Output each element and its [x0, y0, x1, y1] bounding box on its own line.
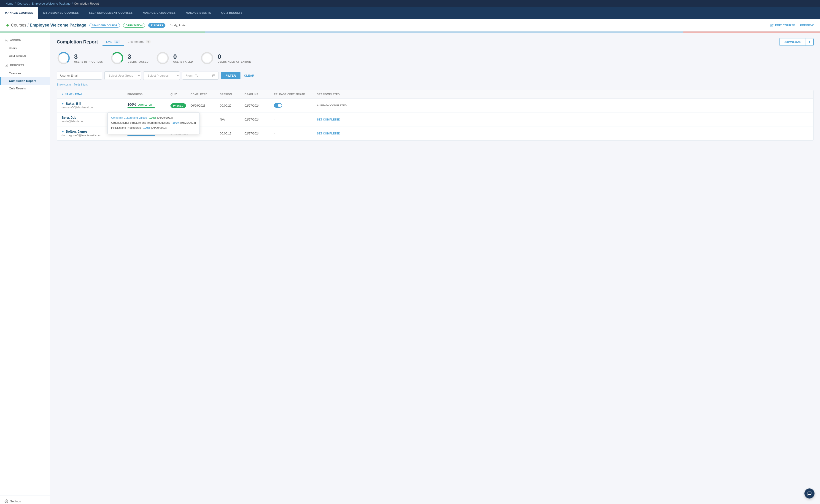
tooltip-line-3: Policies and Procedures - 100% (06/29/20… [111, 126, 196, 130]
breadcrumb-sep-2: / [30, 2, 30, 5]
deadline-baker: 02/27/2024 [244, 104, 272, 107]
tab-manage-events[interactable]: MANAGE EVENTS [181, 7, 216, 19]
svg-point-12 [203, 54, 211, 62]
stat-circle-in-progress [57, 51, 70, 65]
assign-icon [5, 38, 8, 42]
sidebar-item-user-groups[interactable]: User Groups [0, 52, 50, 59]
user-email-baker: newusrv5@telaniamail.com [62, 106, 126, 109]
stat-in-progress-count: 3 [74, 53, 103, 60]
stat-failed-label: USERS FAILED [173, 60, 193, 63]
download-split-button[interactable]: ▼ [806, 38, 814, 46]
certificate-bolton: - [274, 132, 315, 135]
report-header: Completion Report LMS 12 E-commerce 0 DO… [57, 38, 814, 46]
stat-circle-passed [110, 51, 124, 65]
settings-label: Settings [10, 500, 21, 503]
tooltip-sep-2: - [171, 121, 172, 124]
breadcrumb-sep-1: / [15, 2, 16, 5]
tab-manage-categories[interactable]: MANAGE CATEGORIES [138, 7, 181, 19]
expand-icon-baker[interactable]: ► [62, 102, 64, 105]
sort-icon [62, 93, 64, 95]
edit-course-button[interactable]: EDIT COURSE [770, 24, 795, 27]
progress-bar-bg-baker [127, 107, 155, 108]
stat-passed-label: USERS PASSED [128, 60, 148, 63]
clear-button[interactable]: CLEAR [243, 72, 256, 79]
tooltip-text-2: Organizational Structure and Team Introd… [111, 121, 170, 124]
completed-date-baker: 06/29/2023 [191, 104, 218, 107]
chat-icon [807, 491, 812, 496]
sidebar-assign-header[interactable]: ASSIGN [0, 36, 50, 44]
sidebar-section-assign: ASSIGN Users User Groups [0, 36, 50, 59]
sidebar-reports-header[interactable]: REPORTS [0, 61, 50, 70]
date-placeholder: From - To [185, 74, 198, 77]
toggle-baker[interactable] [274, 103, 282, 108]
user-name-cell: ► Baker, Bill newusrv5@telaniamail.com [62, 102, 126, 109]
tooltip-pct-1: 100% [149, 116, 156, 119]
breadcrumb-courses[interactable]: Courses [17, 2, 28, 5]
set-completed-berg[interactable]: SET COMPLETED [317, 118, 353, 121]
date-range-input[interactable]: From - To [182, 72, 219, 80]
breadcrumb-course[interactable]: Employee Welcome Package [32, 2, 70, 5]
th-completed: COMPLETED [191, 93, 218, 96]
chat-button[interactable] [804, 488, 815, 499]
filter-button[interactable]: FILTER [221, 72, 240, 79]
tab-self-enrollment[interactable]: SELF ENROLLMENT COURSES [84, 7, 138, 19]
session-baker: 00:00:22 [220, 104, 243, 107]
top-nav: Home / Courses / Employee Welcome Packag… [0, 0, 820, 7]
calendar-icon [212, 74, 215, 77]
set-completed-link-berg[interactable]: SET COMPLETED [317, 118, 340, 121]
svg-point-0 [6, 39, 7, 40]
quiz-badge-baker: PASSED [170, 103, 186, 108]
tab-lms[interactable]: LMS 12 [102, 38, 124, 46]
stat-passed: 3 USERS PASSED [110, 51, 148, 65]
sidebar-section-reports: REPORTS Overview Completion Report Quiz … [0, 61, 50, 92]
tooltip-date-3: (06/29/2023) [151, 126, 166, 129]
tab-ecommerce[interactable]: E-commerce 0 [124, 38, 154, 46]
sidebar-item-completion-report[interactable]: Completion Report [0, 77, 50, 85]
th-progress: PROGRESS [127, 93, 169, 96]
tooltip-line-1: Company Culture and Values - 100% (06/29… [111, 116, 196, 120]
progress-select[interactable]: Select Progress [143, 71, 180, 80]
user-row-baker: ► Baker, Bill newusrv5@telaniamail.com 1… [57, 99, 813, 112]
sidebar-item-users[interactable]: Users [0, 44, 50, 52]
tooltip-link-1[interactable]: Company Culture and Values [111, 116, 147, 119]
expand-icon-bolton[interactable]: ► [62, 130, 64, 133]
certificate-toggle-baker [274, 103, 315, 108]
th-set-completed: SET COMPLETED [317, 93, 353, 96]
user-group-select[interactable]: Select User Group [104, 71, 141, 80]
th-session: SESSION [220, 93, 243, 96]
tooltip-sep-3: - [142, 126, 143, 129]
quiz-results-label: Quiz Results [9, 87, 26, 90]
badge-standard: STANDARD COURSE [89, 23, 120, 28]
courses-link[interactable]: Courses [11, 23, 26, 27]
th-deadline: DEADLINE [244, 93, 272, 96]
set-completed-bolton[interactable]: SET COMPLETED [317, 131, 353, 135]
breadcrumb-home[interactable]: Home [5, 2, 13, 5]
stats-row: 3 USERS IN PROGRESS 3 USERS PASSED [57, 51, 814, 65]
edit-icon [770, 24, 774, 27]
download-button[interactable]: DOWNLOAD [779, 38, 806, 46]
filter-row: Select User Group Select Progress From -… [57, 71, 814, 80]
svg-point-8 [113, 54, 121, 62]
badge-orientation: ORIENTATION [123, 23, 145, 28]
tab-my-assigned[interactable]: MY ASSIGNED COURSES [38, 7, 84, 19]
tab-quiz-results[interactable]: QUIZ RESULTS [216, 7, 247, 19]
custom-fields-link[interactable]: Show custom fields filters [57, 83, 88, 86]
sidebar-bottom: Settings [0, 496, 50, 504]
sidebar: ASSIGN Users User Groups REPORTS [0, 32, 50, 504]
tab-ecommerce-label: E-commerce [127, 40, 144, 43]
preview-button[interactable]: PREVIEW [800, 24, 814, 27]
stat-circle-attention [200, 51, 214, 65]
sidebar-item-overview[interactable]: Overview [0, 70, 50, 77]
svg-point-5 [59, 54, 68, 62]
sidebar-item-quiz-results[interactable]: Quiz Results [0, 85, 50, 92]
set-completed-link-bolton[interactable]: SET COMPLETED [317, 132, 340, 135]
tab-manage-courses[interactable]: MANAGE COURSES [0, 7, 38, 19]
users-label: Users [9, 46, 17, 50]
tab-bar: MANAGE COURSES MY ASSIGNED COURSES SELF … [0, 7, 820, 19]
user-email-input[interactable] [57, 72, 102, 80]
tooltip-date-2: (06/29/2023) [180, 121, 196, 124]
tab-lms-label: LMS [106, 40, 112, 43]
sidebar-settings[interactable]: Settings [5, 499, 46, 503]
overview-label: Overview [9, 72, 21, 75]
user-name-bolton: Bolton, James [66, 130, 88, 133]
